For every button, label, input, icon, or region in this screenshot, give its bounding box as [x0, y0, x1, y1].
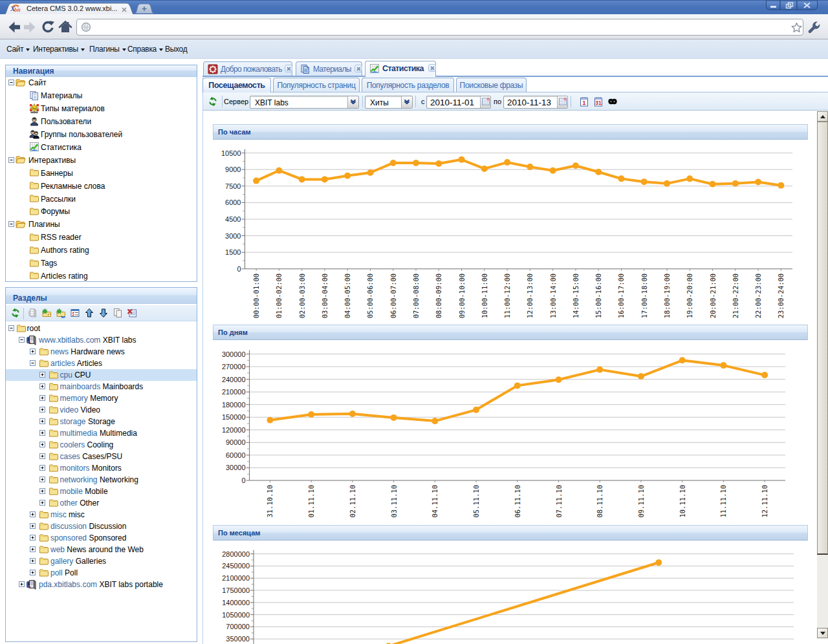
vertical-scrollbar[interactable]: [817, 111, 828, 639]
nav-tree-item-14[interactable]: Authors rating: [6, 244, 197, 257]
nav-tree-item-16[interactable]: Articles rating: [6, 270, 197, 283]
nav-tree-item-9[interactable]: Рекламные слова: [6, 179, 197, 192]
copy-icon[interactable]: [113, 308, 123, 318]
tree-expander-plus-icon[interactable]: [30, 546, 36, 552]
tree-expander-minus-icon[interactable]: [8, 157, 14, 163]
section-tree-item-multimedia[interactable]: multimedia Multimedia: [6, 427, 197, 439]
tree-expander-plus-icon[interactable]: [30, 558, 36, 564]
sub-tab-3[interactable]: Популярность разделов: [362, 78, 454, 92]
section-tree-item-web[interactable]: web News around the Web: [6, 544, 197, 555]
back-icon[interactable]: [6, 19, 22, 35]
menu-item-2[interactable]: Интерактивы: [33, 45, 85, 55]
server-icon[interactable]: [27, 308, 38, 318]
add-link-section-icon[interactable]: [56, 308, 66, 318]
tree-expander-plus-icon[interactable]: [39, 465, 45, 471]
tree-expander-minus-icon[interactable]: [8, 221, 14, 227]
section-tree-item-root[interactable]: root: [6, 323, 197, 334]
calendar-picker-icon[interactable]: [480, 96, 490, 108]
nav-tree-item-11[interactable]: Форумы: [6, 205, 197, 218]
tab-close-icon[interactable]: [354, 65, 362, 72]
refresh-icon[interactable]: [10, 308, 21, 318]
section-tree-item-discussion[interactable]: discussion Discussion: [6, 521, 197, 532]
nav-tree-item-10[interactable]: Рассылки: [6, 192, 197, 205]
metric-select[interactable]: Хиты: [365, 96, 413, 109]
new-tab-button[interactable]: [135, 4, 154, 14]
browser-tab[interactable]: Xbit Cetera CMS 3.0.2 www.xbi...: [6, 2, 133, 15]
scrollbar-thumb[interactable]: [817, 122, 828, 555]
date-from-input[interactable]: 2010-11-01: [426, 96, 491, 109]
section-tree-item-mobile[interactable]: mobile Mobile: [6, 486, 197, 497]
section-tree-item-video[interactable]: video Video: [6, 404, 197, 416]
section-tree-item-sponsored[interactable]: sponsored Sponsored: [6, 532, 197, 544]
tree-expander-plus-icon[interactable]: [39, 407, 45, 413]
reload-icon[interactable]: [40, 19, 56, 35]
section-tree-item-pda.xbitlabs.com[interactable]: pda.xbitlabs.com XBIT labs portable: [6, 579, 197, 590]
tree-expander-plus-icon[interactable]: [39, 442, 45, 447]
section-tree-item-storage[interactable]: storage Storage: [6, 416, 197, 427]
tree-expander-minus-icon[interactable]: [8, 80, 14, 85]
tab-close-icon[interactable]: [285, 65, 292, 72]
period-all-button[interactable]: [605, 96, 620, 107]
nav-tree-item-4[interactable]: Пользователи: [6, 115, 197, 128]
sub-tab-1[interactable]: Посещаемость: [202, 78, 271, 92]
tree-expander-plus-icon[interactable]: [30, 535, 36, 541]
home-icon[interactable]: [58, 19, 73, 35]
tree-expander-plus-icon[interactable]: [39, 477, 45, 482]
tree-expander-plus-icon[interactable]: [30, 523, 36, 529]
date-to-input[interactable]: 2010-11-13: [503, 96, 568, 109]
nav-tree-item-7[interactable]: Интерактивы: [6, 153, 197, 166]
section-tree-item-misc[interactable]: misc misc: [6, 509, 197, 521]
move-down-icon[interactable]: [98, 308, 109, 318]
nav-tree-item-12[interactable]: Плагины: [6, 218, 197, 231]
scroll-down-button[interactable]: [817, 628, 828, 638]
tree-expander-minus-icon[interactable]: [8, 325, 14, 331]
tree-expander-plus-icon[interactable]: [19, 581, 25, 587]
tab-close-icon[interactable]: [428, 64, 436, 72]
period-day-button[interactable]: 1: [579, 96, 589, 107]
nav-tree-item-2[interactable]: Материалы: [6, 89, 197, 102]
tree-expander-minus-icon[interactable]: [19, 337, 25, 343]
tree-expander-minus-icon[interactable]: [30, 360, 36, 366]
nav-tree-item-13[interactable]: RSS reader: [6, 231, 197, 244]
section-tree-item-mainboards[interactable]: mainboards Mainboards: [6, 381, 197, 392]
main-tab-3[interactable]: Статистика: [365, 61, 436, 77]
nav-tree-item-8[interactable]: Баннеры: [6, 166, 197, 179]
section-tree-item-coolers[interactable]: coolers Cooling: [6, 439, 197, 451]
nav-tree-item-15[interactable]: Tags: [6, 257, 197, 270]
main-tab-2[interactable]: Материалы: [296, 61, 362, 76]
delete-icon[interactable]: [127, 308, 137, 318]
tree-expander-plus-icon[interactable]: [39, 372, 45, 378]
tree-expander-plus-icon[interactable]: [39, 418, 45, 424]
section-tree-item-articles[interactable]: articles Articles: [6, 358, 197, 369]
forward-icon[interactable]: [22, 19, 38, 35]
address-bar[interactable]: [76, 19, 803, 36]
properties-icon[interactable]: [70, 308, 80, 318]
tab-close-icon[interactable]: [120, 5, 128, 12]
nav-tree-item-5[interactable]: Группы пользователей: [6, 128, 197, 141]
add-section-icon[interactable]: [41, 308, 52, 318]
menu-item-1[interactable]: Сайт: [6, 45, 30, 55]
sub-tab-2[interactable]: Популярность страниц: [273, 78, 360, 92]
section-tree-item-cases[interactable]: cases Cases/PSU: [6, 451, 197, 462]
tree-expander-plus-icon[interactable]: [30, 511, 36, 517]
tree-expander-plus-icon[interactable]: [39, 395, 45, 401]
tree-expander-plus-icon[interactable]: [39, 500, 45, 506]
sub-tab-4[interactable]: Поисковые фразы: [456, 78, 527, 92]
calendar-picker-icon[interactable]: [557, 96, 567, 108]
tree-expander-plus-icon[interactable]: [39, 430, 45, 436]
section-tree-item-poll[interactable]: poll Poll: [6, 567, 197, 579]
server-select[interactable]: XBIT labs: [250, 96, 359, 109]
menu-item-3[interactable]: Плагины: [89, 45, 126, 55]
section-tree-item-www.xbitlabs.com[interactable]: www.xbitlabs.com XBIT labs: [6, 334, 197, 346]
nav-tree-item-1[interactable]: Сайт: [6, 76, 197, 89]
refresh-icon[interactable]: [208, 96, 218, 107]
bookmark-star-icon[interactable]: [791, 22, 802, 33]
tree-expander-plus-icon[interactable]: [30, 570, 36, 575]
scroll-up-button[interactable]: [817, 111, 828, 122]
nav-tree-item-3[interactable]: Типы материалов: [6, 102, 197, 115]
wrench-menu-icon[interactable]: [807, 19, 821, 34]
tree-expander-plus-icon[interactable]: [39, 383, 45, 389]
section-tree-item-memory[interactable]: memory Memory: [6, 392, 197, 404]
section-tree-item-networking[interactable]: networking Networking: [6, 474, 197, 486]
section-tree-item-other[interactable]: other Other: [6, 497, 197, 509]
